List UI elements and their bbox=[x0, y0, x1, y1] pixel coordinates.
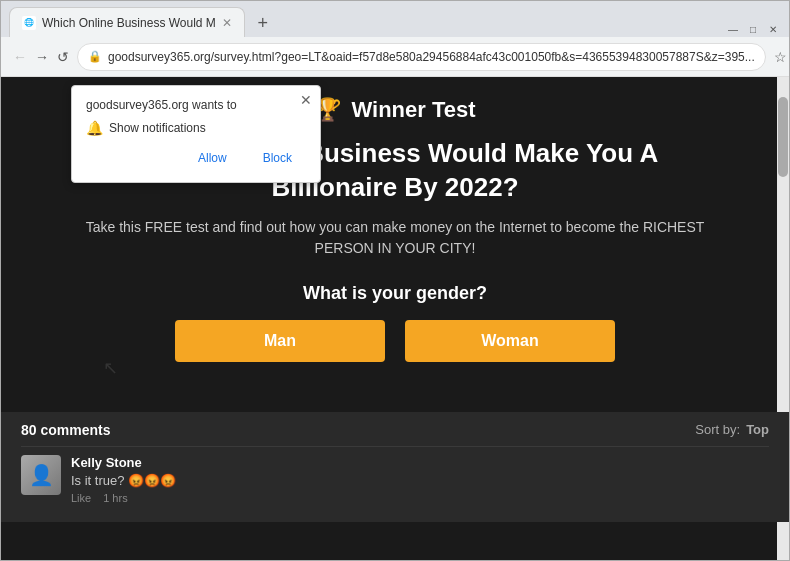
notification-popup: ✕ goodsurvey365.org wants to 🔔 Show noti… bbox=[71, 85, 321, 183]
comments-header: 80 comments Sort by: Top bbox=[21, 422, 769, 438]
gender-question: What is your gender? bbox=[303, 283, 487, 304]
forward-button[interactable]: → bbox=[35, 45, 49, 69]
sort-label: Sort by: bbox=[695, 422, 740, 437]
comment-author: Kelly Stone bbox=[71, 455, 769, 470]
refresh-button[interactable]: ↺ bbox=[57, 45, 69, 69]
tab-title: Which Online Business Would M bbox=[42, 16, 216, 30]
address-bar: ← → ↺ 🔒 goodsurvey365.org/survey.html?ge… bbox=[1, 37, 789, 77]
url-text: goodsurvey365.org/survey.html?geo=LT&oai… bbox=[108, 50, 755, 64]
winner-header: 🏆 Winner Test bbox=[314, 97, 475, 123]
comments-section: 80 comments Sort by: Top 👤 Kelly Stone I… bbox=[1, 412, 789, 522]
page-content: ✕ goodsurvey365.org wants to 🔔 Show noti… bbox=[1, 77, 789, 560]
tab-bar: 🌐 Which Online Business Would M ✕ + — □ … bbox=[1, 1, 789, 37]
tab-close-icon[interactable]: ✕ bbox=[222, 16, 232, 30]
allow-button[interactable]: Allow bbox=[184, 146, 241, 170]
comment-item: 👤 Kelly Stone Is it true? 😡😡😡 Like 1 hrs bbox=[21, 446, 769, 512]
popup-title: goodsurvey365.org wants to bbox=[86, 98, 306, 112]
comments-count: 80 comments bbox=[21, 422, 110, 438]
bookmark-icon[interactable]: ☆ bbox=[774, 49, 787, 65]
popup-notification-label: Show notifications bbox=[109, 121, 206, 135]
url-box[interactable]: 🔒 goodsurvey365.org/survey.html?geo=LT&o… bbox=[77, 43, 766, 71]
avatar-image: 👤 bbox=[21, 455, 61, 495]
comment-body: Kelly Stone Is it true? 😡😡😡 Like 1 hrs bbox=[71, 455, 769, 504]
sort-value[interactable]: Top bbox=[746, 422, 769, 437]
popup-notification-row: 🔔 Show notifications bbox=[86, 120, 306, 136]
close-button[interactable]: ✕ bbox=[765, 21, 781, 37]
sort-controls: Sort by: Top bbox=[695, 422, 769, 437]
comment-actions: Like 1 hrs bbox=[71, 492, 769, 504]
winner-title: Winner Test bbox=[351, 97, 475, 123]
window-controls: — □ ✕ bbox=[725, 21, 781, 37]
active-tab[interactable]: 🌐 Which Online Business Would M ✕ bbox=[9, 7, 245, 37]
new-tab-button[interactable]: + bbox=[249, 9, 277, 37]
sub-heading: Take this FREE test and find out how you… bbox=[85, 217, 705, 259]
popup-buttons: Allow Block bbox=[86, 146, 306, 170]
browser-frame: 🌐 Which Online Business Would M ✕ + — □ … bbox=[0, 0, 790, 561]
back-button[interactable]: ← bbox=[13, 45, 27, 69]
bell-icon: 🔔 bbox=[86, 120, 103, 136]
minimize-button[interactable]: — bbox=[725, 21, 741, 37]
tab-favicon: 🌐 bbox=[22, 16, 36, 30]
block-button[interactable]: Block bbox=[249, 146, 306, 170]
popup-close-icon[interactable]: ✕ bbox=[300, 92, 312, 108]
lock-icon: 🔒 bbox=[88, 50, 102, 63]
like-action[interactable]: Like bbox=[71, 492, 91, 504]
heading-emphasis: usiness Would Make You ABillionaire By 2… bbox=[271, 138, 658, 202]
avatar: 👤 bbox=[21, 455, 61, 495]
man-button[interactable]: Man bbox=[175, 320, 385, 362]
woman-button[interactable]: Woman bbox=[405, 320, 615, 362]
maximize-button[interactable]: □ bbox=[745, 21, 761, 37]
comment-time: 1 hrs bbox=[103, 492, 127, 504]
comment-text: Is it true? 😡😡😡 bbox=[71, 473, 769, 488]
gender-buttons: Man Woman bbox=[175, 320, 615, 362]
